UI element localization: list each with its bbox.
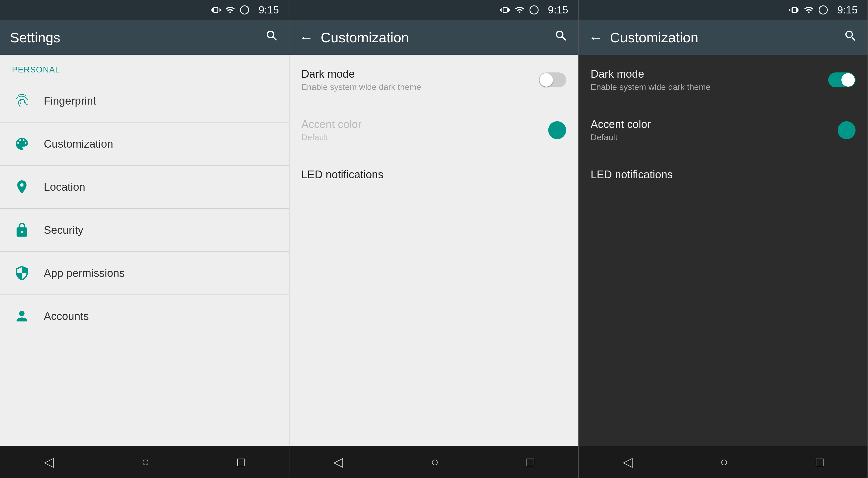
signal-icon-3 bbox=[804, 5, 814, 15]
status-bar-2: 9:15 bbox=[289, 0, 578, 20]
nav-bar-1: ◁ ○ □ bbox=[0, 446, 289, 478]
toggle-knob-darkmode-dark bbox=[841, 73, 855, 87]
customization-light-panel: 9:15 ← Customization Dark mode Enable sy… bbox=[289, 0, 579, 478]
location-label: Location bbox=[44, 181, 85, 193]
accentcolor-subtitle-light: Default bbox=[301, 132, 549, 142]
status-icons-1: 9:15 bbox=[211, 4, 279, 16]
accentcolor-title-dark: Accent color bbox=[591, 118, 838, 130]
status-icons-3: 9:15 bbox=[789, 4, 858, 16]
battery-icon-3 bbox=[818, 5, 828, 15]
section-label-personal: Personal bbox=[0, 55, 289, 80]
location-icon bbox=[12, 177, 32, 197]
sidebar-item-fingerprint[interactable]: Fingerprint bbox=[0, 80, 289, 122]
home-button-3[interactable]: ○ bbox=[720, 454, 728, 469]
sidebar-item-location[interactable]: Location bbox=[0, 166, 289, 209]
status-time-1: 9:15 bbox=[258, 4, 279, 16]
led-row-dark[interactable]: LED notifications bbox=[579, 155, 868, 194]
darkmode-text-light: Dark mode Enable system wide dark theme bbox=[301, 68, 539, 92]
signal-icon-2 bbox=[515, 5, 525, 15]
status-bar-1: 9:15 bbox=[0, 0, 289, 20]
status-icons-2: 9:15 bbox=[500, 4, 568, 16]
darkmode-toggle-light[interactable] bbox=[539, 72, 566, 87]
led-title-light: LED notifications bbox=[301, 168, 566, 181]
apppermissions-icon bbox=[12, 263, 32, 283]
darkmode-row-light[interactable]: Dark mode Enable system wide dark theme bbox=[289, 55, 578, 105]
home-button-2[interactable]: ○ bbox=[431, 454, 439, 469]
sidebar-item-customization[interactable]: Customization bbox=[0, 122, 289, 166]
battery-icon bbox=[240, 5, 250, 15]
search-icon-3[interactable] bbox=[844, 29, 858, 46]
status-time-3: 9:15 bbox=[837, 4, 858, 16]
accent-color-dot-dark[interactable] bbox=[838, 121, 856, 139]
accounts-icon bbox=[12, 306, 32, 326]
search-icon-1[interactable] bbox=[265, 29, 279, 46]
status-time-2: 9:15 bbox=[548, 4, 568, 16]
fingerprint-icon bbox=[12, 91, 32, 111]
vibrate-icon-2 bbox=[500, 5, 510, 15]
vibrate-icon-3 bbox=[789, 5, 799, 15]
signal-icon bbox=[225, 5, 235, 15]
darkmode-row-dark[interactable]: Dark mode Enable system wide dark theme bbox=[579, 55, 868, 105]
darkmode-title-dark: Dark mode bbox=[591, 68, 828, 80]
darkmode-subtitle-dark: Enable system wide dark theme bbox=[591, 82, 828, 92]
accentcolor-row-dark[interactable]: Accent color Default bbox=[579, 105, 868, 155]
accentcolor-text-dark: Accent color Default bbox=[591, 118, 838, 142]
accent-color-dot-light[interactable] bbox=[548, 121, 566, 139]
vibrate-icon bbox=[211, 5, 221, 15]
app-bar-2: ← Customization bbox=[289, 20, 578, 55]
toggle-knob-darkmode-light bbox=[539, 73, 553, 87]
accentcolor-subtitle-dark: Default bbox=[591, 132, 838, 142]
nav-bar-2: ◁ ○ □ bbox=[289, 446, 578, 478]
app-bar-1: Settings bbox=[0, 20, 289, 55]
recents-button-1[interactable]: □ bbox=[237, 454, 245, 469]
fingerprint-label: Fingerprint bbox=[44, 95, 96, 107]
svg-point-1 bbox=[530, 6, 538, 14]
settings-panel: 9:15 Settings Personal Fingerprint bbox=[0, 0, 289, 478]
led-title-dark: LED notifications bbox=[591, 168, 856, 181]
back-button-1[interactable]: ◁ bbox=[44, 454, 54, 469]
sidebar-item-security[interactable]: Security bbox=[0, 209, 289, 252]
customization-light-content: Dark mode Enable system wide dark theme … bbox=[289, 55, 578, 446]
darkmode-subtitle-light: Enable system wide dark theme bbox=[301, 82, 539, 92]
customization-dark-panel: 9:15 ← Customization Dark mode Enable sy… bbox=[579, 0, 868, 478]
back-button-3[interactable]: ◁ bbox=[623, 454, 632, 469]
recents-button-3[interactable]: □ bbox=[816, 454, 824, 469]
status-bar-3: 9:15 bbox=[579, 0, 868, 20]
darkmode-title-light: Dark mode bbox=[301, 68, 539, 80]
app-bar-3: ← Customization bbox=[579, 20, 868, 55]
back-icon-3[interactable]: ← bbox=[589, 29, 602, 46]
accentcolor-row-light[interactable]: Accent color Default bbox=[289, 105, 578, 155]
apppermissions-label: App permissions bbox=[44, 267, 125, 279]
accentcolor-title-light: Accent color bbox=[301, 118, 549, 130]
settings-content: Personal Fingerprint Customization bbox=[0, 55, 289, 446]
security-label: Security bbox=[44, 224, 83, 236]
darkmode-text-dark: Dark mode Enable system wide dark theme bbox=[591, 68, 828, 92]
customization-icon bbox=[12, 134, 32, 154]
page-title-1: Settings bbox=[10, 29, 265, 46]
nav-bar-3: ◁ ○ □ bbox=[579, 446, 868, 478]
recents-button-2[interactable]: □ bbox=[527, 454, 534, 469]
sidebar-item-accounts[interactable]: Accounts bbox=[0, 295, 289, 337]
darkmode-toggle-dark[interactable] bbox=[828, 72, 856, 87]
back-icon-2[interactable]: ← bbox=[299, 29, 313, 46]
svg-point-2 bbox=[819, 6, 828, 14]
sidebar-item-apppermissions[interactable]: App permissions bbox=[0, 252, 289, 295]
search-icon-2[interactable] bbox=[554, 29, 568, 46]
svg-point-0 bbox=[240, 6, 249, 14]
page-title-3: Customization bbox=[610, 29, 844, 46]
accounts-label: Accounts bbox=[44, 310, 89, 322]
back-button-2[interactable]: ◁ bbox=[333, 454, 343, 469]
customization-dark-content: Dark mode Enable system wide dark theme … bbox=[579, 55, 868, 446]
battery-icon-2 bbox=[529, 5, 539, 15]
page-title-2: Customization bbox=[321, 29, 554, 46]
home-button-1[interactable]: ○ bbox=[142, 454, 149, 469]
customization-label: Customization bbox=[44, 138, 113, 150]
led-row-light[interactable]: LED notifications bbox=[289, 155, 578, 194]
security-icon bbox=[12, 220, 32, 240]
accentcolor-text-light: Accent color Default bbox=[301, 118, 549, 142]
